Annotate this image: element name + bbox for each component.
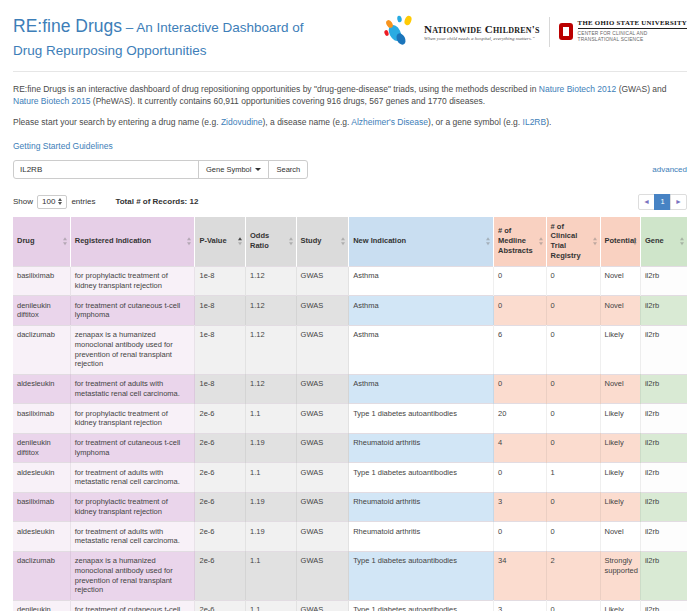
cell-gene: il2rb [640, 551, 687, 600]
column-header-new_indication[interactable]: New Indication [349, 217, 494, 267]
column-header-indication[interactable]: Registered Indication [70, 217, 195, 267]
logo-divider [549, 17, 550, 47]
intro-text: RE:fine Drugs is an interactive dashboar… [13, 84, 539, 94]
column-header-drug[interactable]: Drug [13, 217, 70, 267]
cell-pvalue: 1e-8 [195, 296, 246, 326]
sort-icon [289, 237, 293, 245]
cell-drug: daclizumab [13, 325, 70, 374]
table-row: aldesleukinfor treatment of adults with … [13, 463, 687, 493]
getting-started-guidelines-link[interactable]: Getting Started Guidelines [13, 141, 113, 151]
cell-potential: Strongly supported [600, 551, 640, 600]
nature-biotech-2012-link[interactable]: Nature Biotech 2012 [539, 84, 617, 94]
nationwide-childrens-logo: Nationwide Children's When your child ne… [383, 14, 540, 49]
cell-gene: il2rb [640, 374, 687, 404]
page-title: RE:fine Drugs – An Interactive Dashboard… [13, 12, 328, 62]
cell-new_indication: Rheumatoid arthritis [349, 433, 494, 463]
search-input[interactable] [13, 160, 199, 179]
cell-new_indication: Asthma [349, 374, 494, 404]
column-header-gene[interactable]: Gene [640, 217, 687, 267]
intro-text: ). [546, 117, 551, 127]
cell-new_indication: Asthma [349, 266, 494, 296]
alzheimers-example-link[interactable]: Alzheimer's Disease [351, 117, 428, 127]
cell-gene: il2rb [640, 600, 687, 611]
sort-icon [539, 237, 543, 245]
column-header-clinical[interactable]: # of Clinical Trial Registry [546, 217, 600, 267]
cell-new_indication: Type 1 diabetes autoantibodies [349, 404, 494, 434]
column-header-study[interactable]: Study [296, 217, 349, 267]
cell-study: GWAS [296, 463, 349, 493]
cell-study: GWAS [296, 404, 349, 434]
cell-indication: zenapax is a humanized monoclonal antibo… [70, 325, 195, 374]
column-header-medline[interactable]: # of Medline Abstracts [494, 217, 547, 267]
cell-study: GWAS [296, 325, 349, 374]
cell-odds: 1.12 [246, 296, 297, 326]
pagination-page-1-button[interactable]: 1 [654, 194, 671, 210]
cell-medline: 0 [494, 296, 547, 326]
cell-study: GWAS [296, 600, 349, 611]
cell-medline: 0 [494, 374, 547, 404]
pagination-next-button[interactable]: ► [670, 194, 687, 210]
ohio-state-logo: The Ohio State University CENTER FOR CLI… [559, 19, 687, 43]
cell-clinical: 0 [546, 325, 600, 374]
column-label: Odds Ratio [250, 231, 269, 250]
table-row: basiliximabfor prophylactic treatment of… [13, 404, 687, 434]
advanced-search-link[interactable]: advanced [652, 165, 687, 174]
cell-pvalue: 2e-6 [195, 463, 246, 493]
header-divider [13, 71, 687, 72]
intro-text: ), a disease name (e.g. [262, 117, 351, 127]
search-type-label: Gene Symbol [206, 165, 251, 174]
nature-biotech-2015-link[interactable]: Nature Biotech 2015 [13, 96, 91, 106]
column-header-potential[interactable]: Potential [600, 217, 640, 267]
zidovudine-example-link[interactable]: Zidovudine [221, 117, 263, 127]
pagination: ◄ 1 ► [639, 194, 687, 210]
nationwide-name: Nationwide Children's [424, 23, 540, 35]
cell-drug: denileukin diftitox [13, 433, 70, 463]
entries-per-page-select[interactable]: 100 [37, 195, 67, 209]
cell-potential: Novel [600, 296, 640, 326]
cell-new_indication: Rheumatoid arthritis [349, 522, 494, 552]
cell-medline: 0 [494, 266, 547, 296]
sort-icon [486, 237, 490, 245]
intro-text: (GWAS) and [616, 84, 666, 94]
cell-potential: Likely [600, 463, 640, 493]
cell-clinical: 0 [546, 433, 600, 463]
intro-text: (PheWAS). It currently contains 60,911 o… [91, 96, 486, 106]
osu-text: The Ohio State University CENTER FOR CLI… [578, 19, 687, 43]
osu-name: The Ohio State University [578, 19, 687, 29]
search-button[interactable]: Search [268, 160, 308, 179]
intro-paragraph-1: RE:fine Drugs is an interactive dashboar… [13, 83, 687, 108]
table-row: basiliximabfor prophylactic treatment of… [13, 266, 687, 296]
cell-potential: Novel [600, 266, 640, 296]
cell-potential: Novel [600, 374, 640, 404]
cell-medline: 0 [494, 522, 547, 552]
il2rb-example-link[interactable]: IL2RB [523, 117, 547, 127]
osu-center-line2: TRANSLATIONAL SCIENCE [578, 37, 687, 43]
cell-odds: 1.12 [246, 374, 297, 404]
cell-gene: il2rb [640, 404, 687, 434]
column-header-odds[interactable]: Odds Ratio [246, 217, 297, 267]
cell-potential: Likely [600, 404, 640, 434]
cell-odds: 1.1 [246, 463, 297, 493]
pagination-prev-button[interactable]: ◄ [638, 194, 655, 210]
cell-potential: Likely [600, 600, 640, 611]
cell-clinical: 0 [546, 522, 600, 552]
total-records: Total # of Records: 12 [115, 197, 198, 206]
sort-icon [187, 237, 191, 245]
cell-pvalue: 2e-6 [195, 522, 246, 552]
cell-pvalue: 2e-6 [195, 433, 246, 463]
cell-pvalue: 2e-6 [195, 404, 246, 434]
column-header-pvalue[interactable]: P-Value [195, 217, 246, 267]
sort-icon [680, 237, 684, 245]
cell-new_indication: Type 1 diabetes autoantibodies [349, 463, 494, 493]
table-row: daclizumabzenapax is a humanized monoclo… [13, 325, 687, 374]
intro-text: Please start your search by entering a d… [13, 117, 221, 127]
cell-medline: 4 [494, 433, 547, 463]
cell-drug: aldesleukin [13, 522, 70, 552]
search-type-dropdown[interactable]: Gene Symbol [198, 160, 269, 179]
table-controls: Show 100 entries Total # of Records: 12 … [13, 194, 687, 210]
cell-study: GWAS [296, 296, 349, 326]
sort-icon [593, 237, 597, 245]
cell-drug: aldesleukin [13, 463, 70, 493]
column-label: Potential [605, 236, 637, 245]
cell-indication: for prophylactic treatment of kidney tra… [70, 266, 195, 296]
